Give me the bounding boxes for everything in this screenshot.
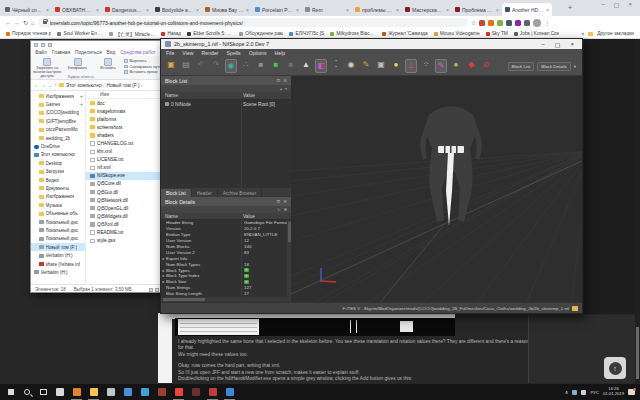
breadcrumb[interactable]: Этот компьютер › Новый том (F:) › [66,83,143,88]
toolbar-icon[interactable]: ◧ [315,59,327,73]
tab-close-icon[interactable]: × [296,7,299,13]
close-panel-icon[interactable]: ✕ [283,78,287,83]
collapse-icon[interactable]: ▴ [280,86,282,91]
nav-up-icon[interactable]: ↑ [54,82,57,88]
bookmark-item[interactable]: Назад [161,31,181,37]
taskbar-app-button[interactable] [102,384,119,400]
block-list-header[interactable]: Block List ⊡ ✕ [161,76,291,85]
nav-tree-item[interactable]: Локальный дис ✦ [31,226,85,234]
tab-close-icon[interactable]: × [496,7,499,13]
taskbar-search-button[interactable] [19,384,35,400]
toolbar-icon[interactable]: ■ [270,59,282,73]
file-row[interactable]: screenshots [86,123,163,131]
toolbar-icon[interactable]: ↶ [195,59,207,73]
reload-button[interactable]: ↻ [23,19,28,26]
browser-tab[interactable]: Проблема с замк × [452,3,502,16]
other-bookmarks-button[interactable]: Другие закладки [597,31,634,36]
extension-icon[interactable] [479,20,485,26]
toolbar-overflow-icon[interactable]: ▾ [574,64,576,69]
tray-pen-icon[interactable] [581,390,586,395]
bookmark-item[interactable]: Mousu Videogame [434,31,480,37]
tab-close-icon[interactable]: × [396,7,399,13]
belt-mesh[interactable] [438,146,464,153]
nav-dropdown-icon[interactable]: ⌄ [48,82,52,88]
detail-value[interactable]: 18 [244,262,249,267]
browser-tab[interactable]: ОБХВАТНЫЙ ТАЙ × [52,3,102,16]
file-row[interactable]: Qt5Gui.dll [86,188,163,196]
close-button[interactable]: × [570,41,574,48]
toolbar-icon[interactable]: ⁚ [330,59,342,73]
quick-access-icon[interactable] [48,43,52,47]
detail-value[interactable]: Gamebryo File Format, Version 20.2.0.7 [244,220,291,225]
open-folder-icon[interactable] [572,306,578,311]
detail-value[interactable]: 127 [244,285,251,290]
quick-access-icon[interactable] [41,43,45,47]
clock[interactable]: 14:26 01.01.2019 [603,387,624,396]
nav-tree-item[interactable]: Видео ✦ [31,176,85,184]
detail-row[interactable]: ▸ Num Strings ≡ 127 [161,285,291,291]
dock-tab[interactable]: Header [192,189,218,197]
tab-close-icon[interactable]: × [246,7,249,13]
detail-row[interactable]: ▸ User Version 2 ≡ 83 [161,249,291,255]
file-row[interactable]: style.qss [86,237,163,245]
expand-icon[interactable]: ▾ [285,86,287,91]
extension-icon[interactable] [488,20,494,26]
menu-item[interactable]: Options [249,50,267,56]
detail-row[interactable]: ▸ Version ≡ 20.2.0.7 [161,226,291,232]
nav-tree-item[interactable]: Объемные объ ✦ [31,209,85,217]
detail-row[interactable]: ▸ Endian Type ≡ ENDIAN_LITTLE [161,232,291,238]
task-view-button[interactable] [35,384,51,400]
bookmark-item[interactable]: Elder Scrolls 5: Skyri [187,31,233,37]
menu-item[interactable]: File [166,50,174,56]
copy-path-button[interactable]: Скопировать путь [124,65,161,69]
language-indicator[interactable]: РУС [590,390,599,395]
nav-tree-item[interactable]: OneDrive ✦ [31,142,85,150]
file-row[interactable]: nif.xml [86,164,163,172]
toolbar-icon[interactable]: ◉ [225,59,237,73]
detail-value[interactable]: 20.2.0.7 [244,226,260,231]
float-panel-icon[interactable]: ⊡ [276,199,280,204]
menu-item[interactable]: Spells [227,50,241,56]
block-details-toggle[interactable]: Block Details [537,62,570,71]
file-row[interactable]: doc [86,99,163,107]
file-row[interactable]: imageformats [86,107,163,115]
column-value[interactable]: Value [241,93,255,98]
browser-tab[interactable]: Porcelain Pale Skin × [252,3,302,16]
tray-app-icon[interactable] [572,390,577,395]
nav-tree-item[interactable]: [COCO]wedding ✦ [31,109,85,117]
settings-icon[interactable]: ✱ [284,207,287,212]
taskbar-app-button[interactable] [119,384,136,400]
toolbar-icon[interactable]: ▣ [165,59,177,73]
tray-chevron-icon[interactable]: ∧ [565,389,569,395]
taskbar-app-button[interactable] [187,384,204,400]
taskbar-app-button[interactable] [68,384,85,400]
nav-tree-item[interactable]: Verbatim (H:) ✦ [31,268,85,276]
toolbar-icon[interactable]: ⊥ [405,59,417,73]
column-header-name[interactable]: Имя [86,91,163,99]
nav-tree-item[interactable]: share (\\share.inf ✦ [31,260,85,268]
extension-icon[interactable] [497,20,503,26]
nav-tree-item[interactable]: [GIFT]tempBre ✦ [31,117,85,125]
extension-icon[interactable] [515,20,521,26]
extension-icon[interactable] [524,20,530,26]
3d-viewport[interactable] [291,76,582,302]
tab-view[interactable]: Вид [107,50,116,55]
menu-item[interactable]: Help [275,50,286,56]
toolbar-icon[interactable]: ▤ [180,59,192,73]
bookmark-item[interactable]: Журнал 'Самизда [382,31,427,37]
close-button[interactable]: × [628,1,632,8]
nav-tree-item[interactable]: Games ✦ [31,100,85,108]
file-row[interactable]: shaders [86,131,163,139]
large-icons-view-icon[interactable] [155,288,159,292]
nav-tree-item[interactable]: cocoPatreonMo ✦ [31,126,85,134]
back-to-top-button[interactable]: ↑ [604,357,626,379]
bookmark-item[interactable]: Обсуждение раю [239,31,283,37]
file-row[interactable]: CHANGELOG.txt [86,139,163,147]
explorer-titlebar[interactable] [31,41,163,48]
tab-manage[interactable]: Средства работ [120,50,155,55]
tab-close-icon[interactable]: × [546,7,549,13]
toolbar-icon[interactable]: ▣ [375,59,387,73]
nav-tree-item[interactable]: Verbatim (H:) ✦ [31,251,85,259]
file-row[interactable]: Qt5OpenGL.dll [86,204,163,212]
toolbar-icon[interactable]: ▲ [300,59,312,73]
